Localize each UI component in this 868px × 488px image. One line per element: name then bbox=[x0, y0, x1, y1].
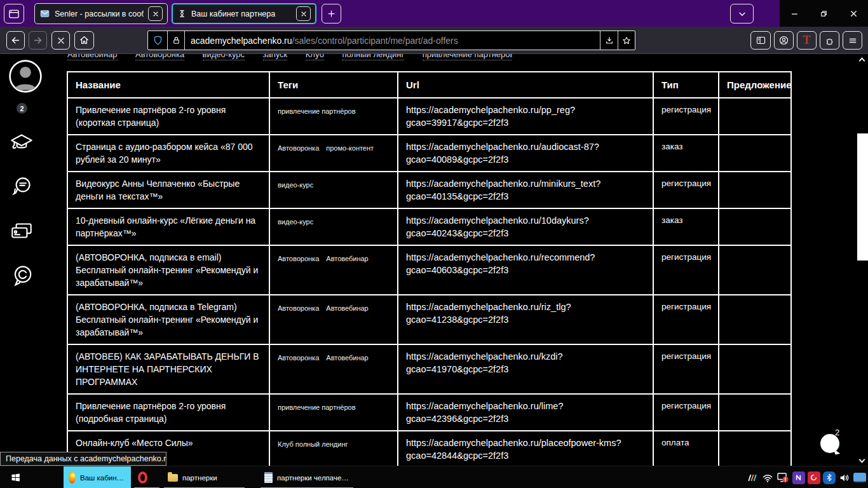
new-tab-button[interactable] bbox=[322, 4, 341, 24]
tag-filter-link[interactable]: привлечение партнёров bbox=[423, 54, 512, 60]
tag-filter-link[interactable]: полный лендинг bbox=[342, 54, 404, 60]
avatar[interactable] bbox=[8, 59, 43, 93]
red-guard-icon[interactable] bbox=[806, 470, 821, 485]
offer-proposal bbox=[719, 172, 791, 208]
table-row: Страница с аудио-разбором кейса «87 000 … bbox=[67, 135, 791, 172]
tag-filter-link[interactable]: видео-курс bbox=[203, 54, 245, 60]
stop-loading-button[interactable] bbox=[51, 31, 70, 50]
col-header-offer: Предложение bbox=[719, 72, 791, 98]
nimbus-note-icon[interactable] bbox=[791, 470, 806, 485]
tag-filter-link[interactable]: Автовебинар bbox=[67, 54, 118, 60]
tab-senler[interactable]: Senler - рассылки в сообщес bbox=[34, 3, 168, 24]
tab-close-button[interactable] bbox=[148, 6, 163, 21]
pen-pressure-icon[interactable] bbox=[745, 470, 759, 485]
tag-filter-row: Автовебинар Автоворонка видео-курс запус… bbox=[67, 54, 512, 62]
sidebar-toggle-button[interactable] bbox=[750, 31, 771, 50]
table-header-row: Название Теги Url Тип Предложение bbox=[67, 72, 791, 98]
tab-list-dropdown-button[interactable] bbox=[730, 4, 754, 24]
offer-url-line2: gcao=40135&gcpc=2f2f3 bbox=[406, 190, 645, 203]
chevron-up-icon bbox=[857, 56, 867, 64]
offer-tags: Автоворонка Автовебинар bbox=[269, 245, 398, 295]
offer-url-line1: https://academychelpachenko.ru/audiocast… bbox=[406, 142, 599, 152]
tracking-protection-button[interactable] bbox=[148, 31, 168, 50]
offer-url: https://academychelpachenko.ru/lime?gcao… bbox=[398, 394, 653, 431]
offer-type: регистрация bbox=[653, 394, 719, 431]
scrollbar-up-button[interactable] bbox=[856, 55, 867, 64]
offer-url-line2: gcao=42844&gcpc=2f2f3 bbox=[406, 449, 645, 462]
tag-filter-link[interactable]: Клуб bbox=[306, 54, 324, 60]
bluetooth-icon[interactable] bbox=[822, 470, 836, 485]
extension-t-button[interactable]: T bbox=[797, 31, 817, 50]
col-header-tags: Теги bbox=[269, 72, 398, 98]
offer-proposal bbox=[719, 208, 791, 245]
sidebar-item-education[interactable] bbox=[8, 129, 35, 156]
offer-url-line2: gcao=42396&gcpc=2f2f3 bbox=[406, 412, 645, 425]
offer-url: https://academychelpachenko.ru/pp_reg?gc… bbox=[398, 98, 653, 135]
home-button[interactable] bbox=[74, 31, 94, 50]
offer-type: регистрация bbox=[653, 245, 719, 295]
offer-type: заказ bbox=[653, 208, 719, 245]
restore-icon bbox=[819, 9, 829, 18]
table-row: (АВТОВЕБ) КАК ЗАРАБАТЫВАТЬ ДЕНЬГИ В ИНТЕ… bbox=[67, 344, 791, 394]
mail-icon bbox=[39, 8, 50, 19]
tab-partner-cabinet[interactable]: Ваш кабинет партнера bbox=[172, 3, 316, 24]
download-icon bbox=[604, 36, 614, 46]
offer-name: (АВТОВОРОНКА, подписка в Telegram) Беспл… bbox=[67, 295, 269, 344]
firefox-view-icon bbox=[8, 8, 20, 20]
taskbar-item-firefox[interactable]: Ваш кабинет партнер... bbox=[64, 466, 131, 488]
firefox-view-button[interactable] bbox=[4, 4, 24, 24]
close-icon bbox=[152, 10, 159, 18]
taskbar-item-opera[interactable] bbox=[133, 466, 161, 488]
sidebar-item-messages[interactable] bbox=[8, 173, 35, 200]
tag-filter-link[interactable]: Автоворонка bbox=[135, 54, 184, 60]
tab-close-button[interactable] bbox=[296, 6, 311, 21]
chat-unread-count: 2 bbox=[835, 428, 839, 437]
sidebar-item-payments[interactable] bbox=[8, 218, 35, 245]
wifi-icon[interactable] bbox=[760, 470, 775, 485]
offer-name: Страница с аудио-разбором кейса «87 000 … bbox=[67, 135, 269, 172]
scrollbar-down-button[interactable] bbox=[856, 456, 867, 465]
restore-button[interactable] bbox=[809, 0, 838, 27]
menu-button[interactable] bbox=[843, 31, 862, 50]
scrollbar-thumb[interactable] bbox=[857, 133, 868, 261]
browser-toolbar: academychelpachenko.ru/sales/control/par… bbox=[0, 27, 868, 54]
back-button[interactable] bbox=[6, 31, 25, 50]
table-row: Онлайн-клуб «Место Силы» Клуб полный лен… bbox=[67, 431, 791, 466]
start-button[interactable] bbox=[0, 466, 31, 488]
taskbar-item-folder[interactable]: партнерки bbox=[163, 466, 246, 488]
offer-url-line2: gcao=40243&gcpc=2f2f3 bbox=[406, 227, 645, 240]
offer-name: Видеокурс Анны Челпаченко «Быстрые деньг… bbox=[67, 172, 269, 208]
account-icon bbox=[778, 35, 789, 46]
tablet-screen-icon[interactable] bbox=[852, 470, 867, 485]
minimize-button[interactable] bbox=[780, 0, 809, 27]
taskbar-item-notepad[interactable]: партнерки челпаченк... bbox=[259, 466, 355, 488]
offer-name: 10-дневный онлайн-курс «Лёгкие деньги на… bbox=[67, 208, 269, 245]
offer-proposal bbox=[719, 344, 791, 394]
site-security-button[interactable] bbox=[168, 31, 185, 50]
offer-url: https://academychelpachenko.ru/placeofpo… bbox=[398, 431, 653, 466]
browser-tab-bar: Senler - рассылки в сообщес Ваш кабинет … bbox=[0, 0, 868, 27]
account-button[interactable] bbox=[774, 31, 794, 50]
extensions-button[interactable] bbox=[820, 31, 839, 50]
url-text: academychelpachenko.ru/sales/control/par… bbox=[185, 36, 600, 46]
bookmark-button[interactable] bbox=[618, 31, 635, 50]
offer-name: Привлечение партнёров 2-го уровня (подро… bbox=[67, 394, 269, 431]
minimize-icon bbox=[790, 9, 799, 18]
home-icon bbox=[79, 35, 90, 46]
downloads-button[interactable] bbox=[600, 31, 618, 50]
avatar-icon bbox=[8, 59, 43, 93]
close-window-button[interactable] bbox=[839, 0, 868, 27]
url-bar[interactable]: academychelpachenko.ru/sales/control/par… bbox=[147, 30, 635, 50]
offer-proposal bbox=[719, 431, 791, 466]
display-alert-icon[interactable] bbox=[775, 470, 790, 485]
offer-name: Привлечение партнёров 2-го уровня (корот… bbox=[67, 98, 269, 135]
notification-badge: 2 bbox=[17, 103, 27, 114]
forward-button[interactable] bbox=[29, 31, 47, 50]
offer-name: (АВТОВОРОНКА, подписка в email) Бесплатн… bbox=[67, 245, 269, 295]
sidebar-item-support[interactable] bbox=[8, 262, 36, 290]
hourglass-icon bbox=[177, 8, 187, 19]
offer-type: регистрация bbox=[653, 172, 719, 208]
volume-icon[interactable] bbox=[837, 470, 851, 485]
opera-icon bbox=[138, 471, 147, 484]
tag-filter-link[interactable]: запуск bbox=[263, 54, 288, 60]
